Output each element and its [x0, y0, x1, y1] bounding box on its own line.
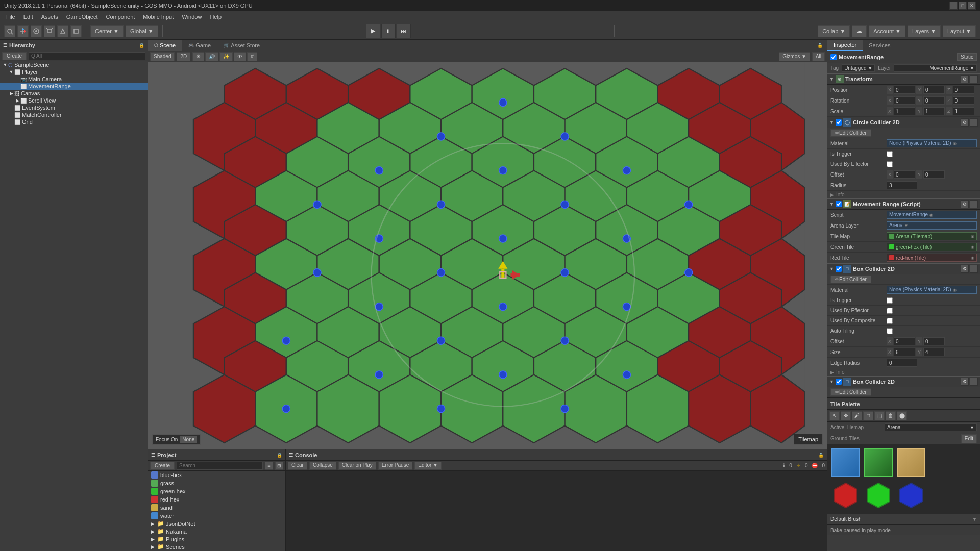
- gizmos-button[interactable]: Gizmos ▼: [779, 52, 810, 61]
- project-item-redhex[interactable]: red-hex: [148, 495, 285, 504]
- tile-paint-btn[interactable]: 🖌: [852, 411, 862, 420]
- scale-z-field[interactable]: [953, 107, 974, 115]
- maximize-button[interactable]: □: [959, 2, 967, 10]
- box-collider-1-checkbox[interactable]: [836, 266, 842, 272]
- tool-y[interactable]: [70, 25, 82, 37]
- active-tilemap-dropdown[interactable]: Arena ▼: [885, 423, 977, 431]
- tool-w[interactable]: [17, 25, 29, 37]
- circle-collider-settings[interactable]: ⚙: [961, 118, 969, 127]
- all-button[interactable]: All: [812, 52, 825, 61]
- box-collider-2-header[interactable]: ▼ □ Box Collider 2D ⚙ ⋮: [827, 376, 980, 387]
- circle-material-field[interactable]: None (Physics Material 2D) ◉: [887, 139, 977, 147]
- console-errorpause[interactable]: Error Pause: [378, 462, 412, 470]
- circle-info-row[interactable]: ▶ Info: [827, 191, 980, 198]
- scene-audio[interactable]: 🔊: [205, 52, 218, 61]
- box-collider-2-more[interactable]: ⋮: [970, 378, 978, 386]
- hierarchy-item-grid[interactable]: ⬜ Grid: [0, 118, 148, 126]
- project-item-bluehex[interactable]: blue-hex: [148, 471, 285, 479]
- project-item-grass[interactable]: grass: [148, 479, 285, 487]
- tile-select-btn[interactable]: ↖: [829, 411, 840, 420]
- box1-offset-x-field[interactable]: [894, 337, 915, 345]
- box1-autotiling-checkbox[interactable]: [887, 328, 893, 334]
- tilemap-field[interactable]: Arena (Tilemap) ◉: [887, 232, 977, 240]
- menu-edit[interactable]: Edit: [19, 13, 37, 21]
- hierarchy-item-scrollview[interactable]: ▶ ⬜ Scroll View: [0, 97, 148, 104]
- box1-edit-collider[interactable]: ✏ Edit Collider: [830, 276, 871, 283]
- box1-material-field[interactable]: None (Physics Material 2D) ◉: [887, 286, 977, 294]
- red-tile-field[interactable]: red-hex (Tile) ◉: [887, 254, 977, 262]
- console-lock[interactable]: 🔒: [818, 453, 824, 458]
- pause-button[interactable]: ⏸: [381, 24, 396, 38]
- scene-effects[interactable]: ✨: [219, 52, 233, 61]
- tab-services[interactable]: Services: [863, 40, 896, 51]
- project-list-view[interactable]: ≡: [265, 462, 273, 470]
- hierarchy-item-maincamera[interactable]: 📷 Main Camera: [0, 76, 148, 83]
- menu-help[interactable]: Help: [206, 13, 226, 21]
- tile-edit-button[interactable]: Edit: [961, 434, 977, 443]
- tile-sand[interactable]: [897, 448, 925, 477]
- menu-window[interactable]: Window: [178, 13, 206, 21]
- menu-component[interactable]: Component: [102, 13, 139, 21]
- box1-edgeradius-field[interactable]: [887, 359, 917, 367]
- box1-effector-checkbox[interactable]: [887, 308, 893, 314]
- transform-more[interactable]: ⋮: [970, 75, 978, 83]
- green-tile-field[interactable]: green-hex (Tile) ◉: [887, 243, 977, 251]
- scene-hidden[interactable]: 👁: [234, 52, 246, 61]
- project-grid-view[interactable]: ⊞: [275, 462, 283, 470]
- box1-size-x-field[interactable]: [894, 348, 915, 356]
- tab-game[interactable]: 🎮 Game: [182, 40, 217, 51]
- arena-layer-field[interactable]: Arena ▼: [887, 221, 977, 230]
- rot-z-field[interactable]: [953, 96, 974, 105]
- box-collider-2-settings[interactable]: ⚙: [961, 378, 969, 386]
- offset-y-field[interactable]: [923, 170, 945, 179]
- menu-mobileinput[interactable]: Mobile Input: [139, 13, 178, 21]
- tool-r[interactable]: [44, 25, 55, 37]
- box-collider-1-header[interactable]: ▼ □ Box Collider 2D ⚙ ⋮: [827, 263, 980, 274]
- tile-fill-btn[interactable]: ⬤: [897, 411, 907, 420]
- shading-mode[interactable]: Shaded: [150, 52, 175, 61]
- object-active-checkbox[interactable]: [830, 54, 837, 60]
- box1-info-row[interactable]: ▶ Info: [827, 368, 980, 376]
- menu-assets[interactable]: Assets: [37, 13, 62, 21]
- box1-offset-y-field[interactable]: [923, 337, 945, 345]
- rot-y-field[interactable]: [923, 96, 945, 105]
- box-collider-1-settings[interactable]: ⚙: [961, 265, 969, 273]
- tile-erase-btn[interactable]: 🗑: [886, 411, 896, 420]
- project-item-water[interactable]: water: [148, 512, 285, 520]
- pos-z-field[interactable]: [953, 86, 974, 94]
- box-collider-1-more[interactable]: ⋮: [970, 265, 978, 273]
- hierarchy-item-movementrange[interactable]: ⬜ MovementRange: [0, 83, 148, 90]
- console-collapse[interactable]: Collapse: [309, 462, 336, 470]
- hierarchy-item-samplescene[interactable]: ▼ ⬡ SampleScene: [0, 61, 148, 68]
- console-clearonplay[interactable]: Clear on Play: [338, 462, 376, 470]
- console-editor[interactable]: Editor ▼: [414, 462, 442, 470]
- pivot-button[interactable]: Center ▼: [90, 25, 124, 37]
- cloud-button[interactable]: ☁: [852, 25, 867, 37]
- project-item-plugins[interactable]: ▶ 📁 Plugins: [148, 535, 285, 543]
- box1-size-y-field[interactable]: [923, 348, 945, 356]
- menu-file[interactable]: File: [2, 13, 19, 21]
- hierarchy-item-eventsystem[interactable]: ⬜ EventSystem: [0, 104, 148, 111]
- movement-range-checkbox[interactable]: [836, 201, 842, 207]
- tag-dropdown[interactable]: Untagged ▼: [842, 64, 875, 72]
- project-item-sand[interactable]: sand: [148, 504, 285, 512]
- pos-y-field[interactable]: [923, 86, 945, 94]
- box1-trigger-checkbox[interactable]: [887, 297, 893, 304]
- circle-collider-more[interactable]: ⋮: [970, 118, 978, 127]
- pos-x-field[interactable]: [894, 86, 915, 94]
- box2-edit-collider[interactable]: ✏ Edit Collider: [830, 388, 871, 396]
- collab-button[interactable]: Collab ▼: [818, 25, 850, 37]
- tab-inspector[interactable]: Inspector: [827, 40, 863, 51]
- tile-green[interactable]: [864, 448, 893, 477]
- movement-range-header[interactable]: ▼ 📝 Movement Range (Script) ⚙ ⋮: [827, 198, 980, 210]
- static-badge[interactable]: Static: [957, 53, 977, 61]
- hierarchy-item-player[interactable]: ▼ ⬜ Player: [0, 68, 148, 76]
- layout-button[interactable]: Layout ▼: [943, 25, 976, 37]
- minimize-button[interactable]: –: [949, 2, 958, 10]
- hierarchy-create[interactable]: Create: [2, 52, 27, 60]
- tool-e[interactable]: [31, 25, 42, 37]
- project-search[interactable]: [177, 462, 263, 470]
- tab-scene[interactable]: ⬡ Scene: [148, 40, 182, 51]
- offset-x-field[interactable]: [894, 170, 915, 179]
- console-clear[interactable]: Clear: [288, 462, 307, 470]
